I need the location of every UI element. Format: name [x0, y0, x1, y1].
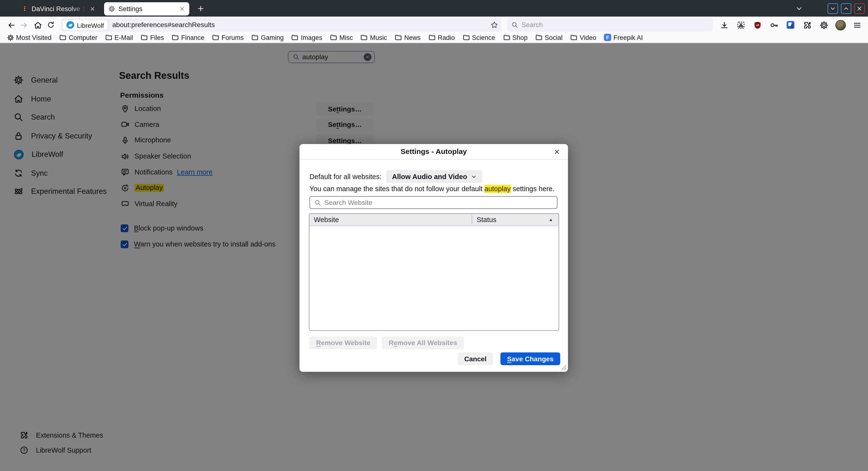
bookmark-folder-gaming[interactable]: Gaming — [251, 34, 284, 41]
list-all-tabs-chevron-icon[interactable] — [793, 2, 805, 14]
save-changes-button[interactable]: Save Changes — [500, 352, 560, 365]
column-divider[interactable] — [471, 215, 472, 225]
default-setting-row: Default for all websites: Allow Audio an… — [310, 170, 558, 183]
bookmark-folder-music[interactable]: Music — [361, 34, 387, 41]
privacy-lock-extension-icon[interactable] — [784, 18, 797, 32]
status-column-header[interactable]: Status — [471, 216, 496, 224]
folder-icon — [361, 34, 368, 41]
dialog-resize-grip[interactable] — [561, 365, 566, 370]
tab-title: Settings — [119, 5, 143, 12]
tab-settings[interactable]: Settings — [104, 2, 189, 15]
tab-bar: DaVinci Resolve 19 | Blackm Settings — [0, 0, 868, 17]
url-text[interactable]: about:preferences#searchResults — [112, 21, 215, 29]
remove-buttons-row: Remove Website Remove All Websites — [310, 336, 464, 349]
bookmark-folder-finance[interactable]: Finance — [172, 34, 204, 41]
preferences-page: General Home Search Privacy & Security L… — [0, 43, 868, 471]
davinci-resolve-favicon — [21, 5, 28, 12]
url-brand-label: LibreWolf — [77, 21, 104, 29]
bookmark-freepik-ai[interactable]: FFreepik AI — [604, 34, 643, 41]
tab-davinci-resolve[interactable]: DaVinci Resolve 19 | Blackm — [17, 2, 100, 15]
screenshot-tool-icon[interactable] — [734, 18, 747, 32]
bookmark-folder-images[interactable]: Images — [291, 34, 322, 41]
folder-icon — [503, 34, 510, 41]
menu-hamburger-icon[interactable] — [850, 18, 864, 32]
folder-icon — [535, 34, 542, 41]
window-maximize-button[interactable] — [841, 3, 851, 14]
remove-all-websites-button[interactable]: Remove All Websites — [382, 336, 464, 349]
forward-button[interactable] — [18, 18, 31, 32]
url-brand-chip: LibreWolf — [63, 20, 108, 30]
folder-icon — [251, 34, 258, 41]
bookmark-folder-computer[interactable]: Computer — [59, 34, 97, 41]
bookmark-folder-news[interactable]: News — [395, 34, 421, 41]
folder-icon — [330, 34, 337, 41]
dialog-title: Settings - Autoplay — [300, 144, 568, 159]
folder-icon — [291, 34, 299, 41]
search-placeholder: Search — [522, 21, 543, 29]
manage-description: You can manage the sites that do not fol… — [310, 184, 558, 193]
bookmark-folder-email[interactable]: E-Mail — [105, 34, 133, 41]
window-minimize-button[interactable] — [828, 3, 838, 14]
search-website-placeholder: Search Website — [324, 199, 373, 206]
search-icon — [512, 22, 518, 28]
bookmark-folder-misc[interactable]: Misc — [330, 34, 353, 41]
extensions-puzzle-icon[interactable] — [800, 18, 814, 32]
bookmark-folder-video[interactable]: Video — [570, 34, 596, 41]
settings-favicon-gear-icon — [108, 5, 115, 12]
freepik-icon: F — [604, 34, 611, 41]
autoplay-settings-dialog: Settings - Autoplay Default for all webs… — [300, 144, 568, 372]
dialog-actions-row: Cancel Save Changes — [458, 352, 560, 365]
search-website-field[interactable]: Search Website — [310, 196, 558, 209]
browser-window: DaVinci Resolve 19 | Blackm Settings Lib… — [0, 0, 868, 471]
url-bar[interactable]: LibreWolf about:preferences#searchResult… — [61, 18, 501, 32]
folder-icon — [395, 34, 402, 41]
toolbar-icons — [717, 18, 863, 32]
website-status-table: Website Status ▲ — [309, 213, 559, 331]
home-button[interactable] — [31, 18, 44, 32]
bookmark-star-icon[interactable] — [490, 21, 498, 29]
bookmark-folder-forums[interactable]: Forums — [212, 34, 244, 41]
password-key-icon[interactable] — [767, 18, 781, 32]
tab-close-icon[interactable] — [90, 6, 95, 11]
dialog-close-icon[interactable] — [552, 147, 561, 156]
back-button[interactable] — [4, 18, 18, 32]
folder-icon — [570, 34, 578, 41]
bookmark-folder-files[interactable]: Files — [141, 34, 164, 41]
tab-title: DaVinci Resolve 19 | Blackm — [32, 5, 86, 12]
website-column-header[interactable]: Website — [310, 216, 472, 224]
chevron-down-icon — [471, 174, 476, 179]
bookmark-folder-shop[interactable]: Shop — [503, 34, 528, 41]
ublock-origin-icon[interactable] — [751, 18, 764, 32]
sort-ascending-icon[interactable]: ▲ — [549, 217, 553, 222]
folder-icon — [428, 34, 436, 41]
bookmark-folder-social[interactable]: Social — [535, 34, 563, 41]
folder-icon — [212, 34, 219, 41]
table-header: Website Status ▲ — [310, 214, 559, 226]
bookmarks-toolbar: Most Visited Computer E-Mail Files Finan… — [0, 33, 868, 43]
reload-button[interactable] — [44, 18, 58, 32]
new-tab-button[interactable] — [194, 2, 207, 15]
folder-icon — [172, 34, 179, 41]
bookmark-most-visited[interactable]: Most Visited — [7, 34, 52, 41]
remove-website-button[interactable]: Remove Website — [310, 336, 377, 349]
bookmark-folder-radio[interactable]: Radio — [428, 34, 455, 41]
settings-gear-icon[interactable] — [817, 18, 830, 32]
bookmark-folder-science[interactable]: Science — [463, 34, 495, 41]
window-close-button[interactable] — [854, 3, 865, 14]
folder-icon — [141, 34, 148, 41]
navigation-toolbar: LibreWolf about:preferences#searchResult… — [0, 17, 868, 33]
default-setting-label: Default for all websites: — [310, 173, 382, 180]
downloads-icon[interactable] — [717, 18, 731, 32]
window-controls — [793, 0, 865, 17]
folder-icon — [463, 34, 470, 41]
default-setting-dropdown[interactable]: Allow Audio and Video — [386, 170, 482, 183]
search-bar[interactable]: Search — [507, 18, 713, 32]
librewolf-logo-icon — [66, 21, 74, 29]
cancel-button[interactable]: Cancel — [458, 352, 493, 365]
search-icon — [314, 199, 321, 206]
profile-avatar[interactable] — [834, 18, 847, 32]
table-body-empty — [310, 226, 559, 331]
tab-close-icon[interactable] — [179, 6, 185, 11]
folder-icon — [105, 34, 112, 41]
folder-icon — [59, 34, 66, 41]
